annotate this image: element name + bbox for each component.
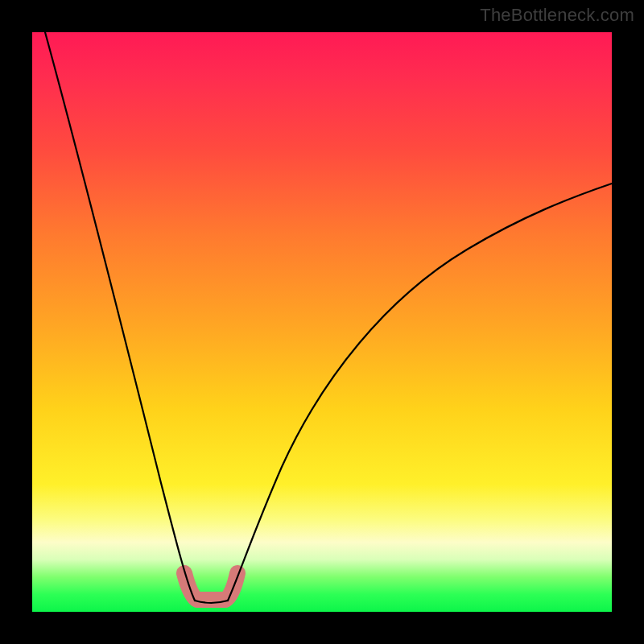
watermark-text: TheBottleneck.com	[480, 5, 634, 26]
chart-frame: TheBottleneck.com	[0, 0, 644, 644]
chart-svg	[32, 32, 612, 612]
plot-area	[32, 32, 612, 612]
curve-right-branch	[228, 184, 612, 601]
curve-left-branch	[45, 32, 195, 601]
